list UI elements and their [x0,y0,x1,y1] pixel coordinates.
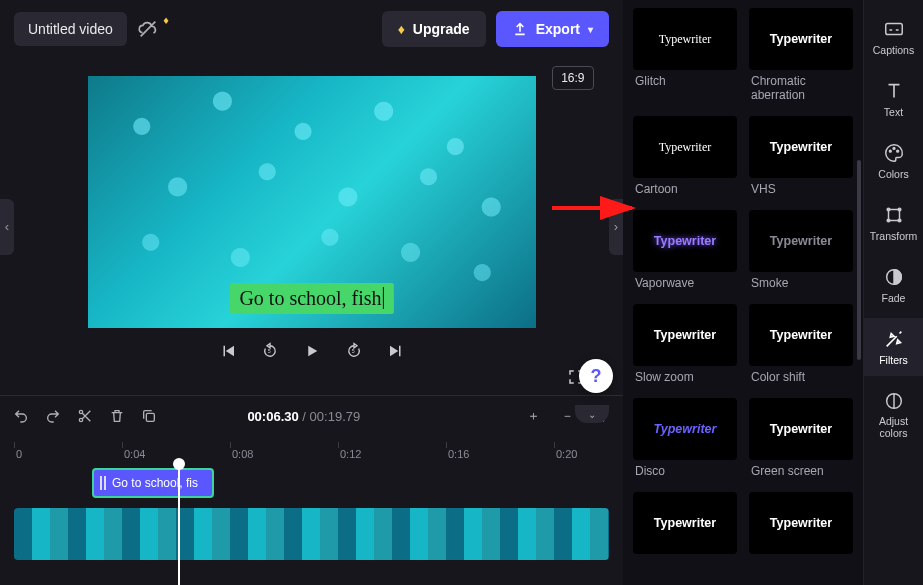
svg-rect-5 [146,413,154,421]
redo-icon[interactable] [44,407,62,425]
filter-thumb-vaporwave[interactable]: Typewriter [633,210,737,272]
svg-point-4 [79,418,82,421]
video-preview[interactable]: Go to school, fish [88,76,536,328]
delete-icon[interactable] [108,407,126,425]
premium-diamond-icon: ♦ [163,14,169,26]
nav-adjust-colors[interactable]: Adjust colors [864,380,923,449]
text-clip-label: Go to school, fis [112,476,198,490]
svg-point-14 [898,219,901,222]
nav-text[interactable]: Text [864,70,923,128]
skip-end-icon[interactable] [387,342,405,360]
export-label: Export [536,21,580,37]
filter-label: Disco [635,464,737,478]
text-clip[interactable]: Go to school, fis [92,468,214,498]
filter-label: Cartoon [635,182,737,196]
diamond-icon: ♦ [398,21,405,37]
adjust-icon [883,390,905,412]
filter-thumb-slow-zoom[interactable]: Typewriter [633,304,737,366]
nav-fade[interactable]: Fade [864,256,923,314]
filter-thumb-cartoon[interactable]: Typewriter [633,116,737,178]
collapse-preview-icon[interactable]: ⌄ [575,405,609,423]
nav-transform[interactable]: Transform [864,194,923,252]
zoom-in-icon[interactable]: ＋ [525,407,543,425]
filter-thumb-color-shift[interactable]: Typewriter [749,304,853,366]
caption-text-overlay[interactable]: Go to school, fish [229,283,393,314]
svg-point-9 [896,150,898,152]
undo-icon[interactable] [12,407,30,425]
skip-start-icon[interactable] [219,342,237,360]
forward-5-icon[interactable]: 5 [345,342,363,360]
playhead[interactable] [178,464,180,585]
filter-label: VHS [751,182,853,196]
svg-point-3 [79,410,82,413]
fade-icon [883,266,905,288]
filter-thumb-chromatic-aberration[interactable]: Typewriter [749,8,853,70]
nav-colors[interactable]: Colors [864,132,923,190]
svg-point-12 [898,208,901,211]
cloud-sync-off-icon[interactable]: ♦ [137,18,159,40]
filter-label: Vaporwave [635,276,737,290]
filters-icon [883,328,905,350]
filter-label: Chromatic aberration [751,74,853,102]
svg-point-13 [887,219,890,222]
svg-rect-6 [885,24,902,35]
video-clip[interactable] [14,508,609,560]
palette-icon [883,142,905,164]
svg-text:5: 5 [351,348,354,354]
timeline-tracks[interactable]: Go to school, fis [0,464,623,585]
left-panel-toggle[interactable]: ‹ [0,199,14,255]
export-button[interactable]: Export ▾ [496,11,609,47]
duplicate-icon[interactable] [140,407,158,425]
split-icon[interactable] [76,407,94,425]
svg-point-8 [893,148,895,150]
right-nav: Captions Text Colors Transform Fade Filt… [863,0,923,585]
filters-panel: TypewriterGlitchTypewriterChromatic aber… [623,0,863,585]
filter-label: Green screen [751,464,853,478]
filter-label: Glitch [635,74,737,88]
right-panel-toggle[interactable]: › [609,199,623,255]
svg-rect-10 [888,210,899,221]
svg-text:5: 5 [267,348,270,354]
filter-thumb-green-screen[interactable]: Typewriter [749,398,853,460]
captions-icon [883,18,905,40]
upgrade-label: Upgrade [413,21,470,37]
filter-thumb-glitch[interactable]: Typewriter [633,8,737,70]
filter-thumb-vhs[interactable]: Typewriter [749,116,853,178]
filter-label: Slow zoom [635,370,737,384]
filters-scrollbar[interactable] [857,160,861,360]
text-icon [883,80,905,102]
filter-label: Color shift [751,370,853,384]
rewind-5-icon[interactable]: 5 [261,342,279,360]
timeline-ruler[interactable]: 0 0:04 0:08 0:12 0:16 0:20 [0,436,623,464]
help-button[interactable]: ? [579,359,613,393]
aspect-ratio-button[interactable]: 16:9 [552,66,593,90]
nav-captions[interactable]: Captions [864,8,923,66]
upload-icon [512,21,528,37]
filter-thumb-smoke[interactable]: Typewriter [749,210,853,272]
filter-thumb-disco[interactable]: Typewriter [633,398,737,460]
clip-handle-icon[interactable] [100,476,106,490]
playback-time: 00:06.30 / 00:19.79 [247,409,360,424]
svg-point-7 [889,150,891,152]
transform-icon [883,204,905,226]
nav-filters[interactable]: Filters [864,318,923,376]
filter-thumb-item[interactable]: Typewriter [633,492,737,554]
playback-controls: 5 5 [219,342,405,360]
filter-label: Smoke [751,276,853,290]
project-title[interactable]: Untitled video [14,12,127,46]
svg-point-11 [887,208,890,211]
play-icon[interactable] [303,342,321,360]
upgrade-button[interactable]: ♦ Upgrade [382,11,486,47]
filter-thumb-item[interactable]: Typewriter [749,492,853,554]
chevron-down-icon: ▾ [588,24,593,35]
